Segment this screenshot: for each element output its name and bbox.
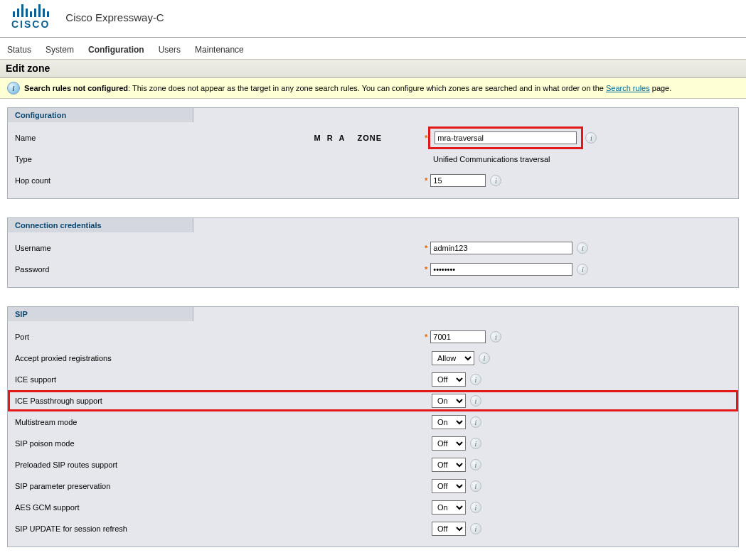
accept-select[interactable]: Allow bbox=[432, 351, 474, 365]
multistream-select[interactable]: On bbox=[432, 415, 466, 429]
label-type: Type bbox=[15, 155, 425, 163]
username-input[interactable] bbox=[430, 242, 572, 254]
row-ice-passthrough: ICE Passthrough support On i bbox=[8, 390, 738, 411]
required-star: * bbox=[425, 134, 427, 142]
info-icon[interactable]: i bbox=[490, 331, 501, 343]
info-icon[interactable]: i bbox=[490, 175, 501, 186]
notification-text: Search rules not configured: This zone d… bbox=[24, 84, 671, 92]
poison-select[interactable]: Off bbox=[432, 436, 466, 451]
sip-section: SIP Port * i Accept proxied registration… bbox=[7, 306, 739, 547]
cisco-logo: CISCO bbox=[11, 4, 50, 30]
row-update: SIP UPDATE for session refresh Off i bbox=[8, 518, 738, 539]
label-update: SIP UPDATE for session refresh bbox=[15, 524, 425, 533]
label-poison: SIP poison mode bbox=[15, 439, 425, 448]
label-port: Port bbox=[15, 333, 425, 341]
info-icon[interactable]: i bbox=[470, 502, 481, 513]
label-hop: Hop count bbox=[15, 176, 425, 185]
label-password: Password bbox=[15, 265, 425, 274]
port-input[interactable] bbox=[430, 330, 486, 343]
info-icon: i bbox=[7, 82, 20, 95]
tab-system[interactable]: System bbox=[46, 45, 74, 55]
row-preload: Preloaded SIP routes support Off i bbox=[8, 454, 738, 475]
info-icon[interactable]: i bbox=[470, 459, 481, 470]
row-password: Password * i bbox=[8, 259, 738, 280]
section-legend-connection: Connection credentials bbox=[7, 217, 193, 232]
configuration-section: Configuration Name M R A ZONE * i Type bbox=[7, 107, 739, 199]
row-name: Name M R A ZONE * i bbox=[8, 127, 738, 149]
info-icon[interactable]: i bbox=[585, 132, 597, 144]
password-input[interactable] bbox=[430, 263, 572, 276]
tab-configuration[interactable]: Configuration bbox=[88, 45, 144, 55]
name-input[interactable] bbox=[435, 131, 577, 144]
decor-mra: M R A bbox=[314, 134, 347, 142]
tab-users[interactable]: Users bbox=[159, 45, 181, 55]
info-icon[interactable]: i bbox=[479, 352, 490, 364]
required-star: * bbox=[425, 265, 427, 274]
notification-bar: i Search rules not configured: This zone… bbox=[0, 77, 746, 99]
row-ice: ICE support Off i bbox=[8, 369, 738, 390]
info-icon[interactable]: i bbox=[577, 242, 588, 254]
product-name: Cisco Expressway-C bbox=[65, 11, 164, 23]
preload-select[interactable]: Off bbox=[432, 458, 466, 472]
row-multistream: Multistream mode On i bbox=[8, 411, 738, 433]
section-legend-configuration: Configuration bbox=[7, 107, 193, 122]
ice-select[interactable]: Off bbox=[432, 372, 466, 387]
connection-section: Connection credentials Username * i Pass… bbox=[7, 217, 739, 288]
info-icon[interactable]: i bbox=[470, 438, 481, 449]
ice-passthrough-select[interactable]: On bbox=[432, 394, 466, 408]
hop-input[interactable] bbox=[430, 174, 486, 187]
tab-status[interactable]: Status bbox=[7, 45, 31, 55]
info-icon[interactable]: i bbox=[470, 523, 481, 534]
label-aes: AES GCM support bbox=[15, 503, 425, 512]
row-port: Port * i bbox=[8, 326, 738, 348]
info-icon[interactable]: i bbox=[470, 416, 481, 428]
label-accept: Accept proxied registrations bbox=[15, 354, 425, 362]
tab-maintenance[interactable]: Maintenance bbox=[195, 45, 244, 55]
app-header: CISCO Cisco Expressway-C bbox=[0, 0, 746, 38]
aes-select[interactable]: On bbox=[432, 500, 466, 515]
param-select[interactable]: Off bbox=[432, 479, 466, 493]
info-icon[interactable]: i bbox=[470, 374, 481, 385]
row-username: Username * i bbox=[8, 237, 738, 259]
label-multistream: Multistream mode bbox=[15, 418, 425, 426]
required-star: * bbox=[425, 333, 427, 341]
label-ice: ICE support bbox=[15, 375, 425, 384]
label-preload: Preloaded SIP routes support bbox=[15, 461, 425, 469]
required-star: * bbox=[425, 244, 427, 252]
info-icon[interactable]: i bbox=[577, 264, 588, 275]
decor-zone: ZONE bbox=[357, 134, 382, 142]
row-aes: AES GCM support On i bbox=[8, 497, 738, 518]
label-ice-passthrough: ICE Passthrough support bbox=[15, 397, 425, 405]
section-legend-sip: SIP bbox=[7, 306, 193, 321]
info-icon[interactable]: i bbox=[470, 395, 481, 406]
type-value: Unified Communications traversal bbox=[433, 155, 550, 163]
main-nav: Status System Configuration Users Mainte… bbox=[0, 38, 746, 59]
label-param: SIP parameter preservation bbox=[15, 482, 425, 490]
required-star: * bbox=[425, 176, 427, 185]
row-accept: Accept proxied registrations Allow i bbox=[8, 348, 738, 369]
row-poison: SIP poison mode Off i bbox=[8, 433, 738, 454]
row-hop: Hop count * i bbox=[8, 170, 738, 191]
search-rules-link[interactable]: Search rules bbox=[606, 84, 650, 92]
row-type: Type Unified Communications traversal bbox=[8, 149, 738, 170]
update-select[interactable]: Off bbox=[432, 522, 466, 536]
info-icon[interactable]: i bbox=[470, 480, 481, 492]
row-param: SIP parameter preservation Off i bbox=[8, 475, 738, 497]
label-name: Name bbox=[15, 134, 314, 142]
label-username: Username bbox=[15, 244, 425, 252]
page-title: Edit zone bbox=[0, 59, 746, 77]
